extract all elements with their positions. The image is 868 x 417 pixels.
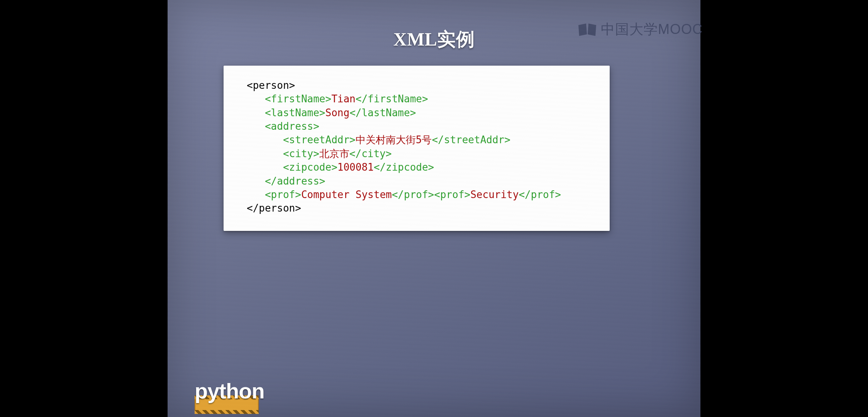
slide-stage: XML实例 中国大学MOOC <person> <firstName>Tian<… (168, 0, 700, 417)
code-example-box: <person> <firstName>Tian</firstName> <la… (224, 66, 610, 231)
python-badge: python (195, 378, 264, 403)
book-icon (578, 23, 597, 37)
xml-code-block: <person> <firstName>Tian</firstName> <la… (247, 79, 587, 215)
mooc-watermark: 中国大学MOOC (578, 20, 703, 39)
watermark-text: 中国大学MOOC (601, 20, 703, 39)
badge-text: python (195, 378, 264, 403)
